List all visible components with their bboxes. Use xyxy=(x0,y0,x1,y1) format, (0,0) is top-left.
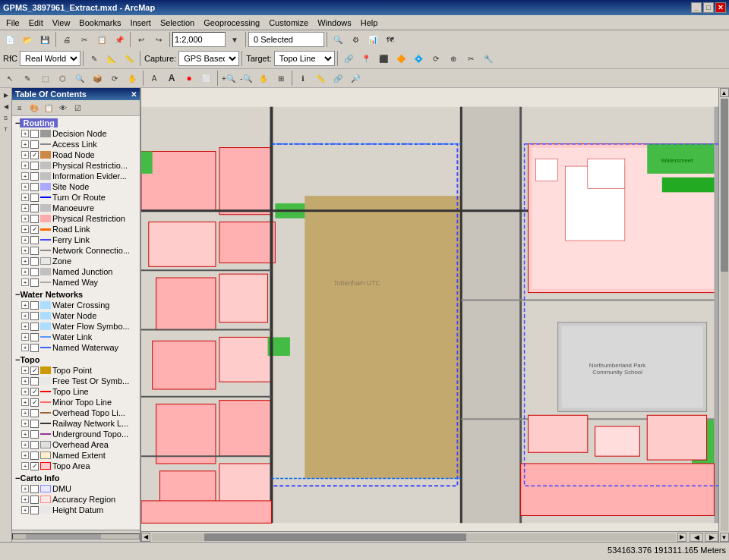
toc-item-minor-topo-line[interactable]: + Minor Topo Line xyxy=(12,397,140,407)
toc-item-water-link[interactable]: + Water Link xyxy=(12,332,140,342)
draw-btn9[interactable]: A xyxy=(146,70,163,87)
left-btn4[interactable]: T xyxy=(1,124,11,134)
toc-item-info-evidence[interactable]: + Information Evider... xyxy=(12,171,140,181)
save-button[interactable]: 💾 xyxy=(36,31,53,48)
map-vscrollbar[interactable]: ▲ ▼ xyxy=(718,88,729,542)
draw-btn2[interactable]: ✎ xyxy=(19,70,36,87)
draw-btn11[interactable]: ● xyxy=(181,70,197,87)
draw-btn10[interactable]: A xyxy=(163,70,180,87)
scroll-down[interactable]: ▼ xyxy=(720,533,729,542)
toc-item-water-crossing[interactable]: + Water Crossing xyxy=(12,300,140,310)
menu-bookmarks[interactable]: Bookmarks xyxy=(74,17,125,28)
redo-button[interactable]: ↪ xyxy=(150,31,167,48)
toc-item-topo-area[interactable]: + Topo Area xyxy=(12,461,140,471)
tb-extra4[interactable]: 🗺 xyxy=(382,31,399,48)
minimize-button[interactable]: _ xyxy=(691,2,702,13)
toc-vis-btn[interactable]: 👁 xyxy=(56,101,70,115)
draw-btn3[interactable]: ⬚ xyxy=(36,70,53,87)
pan-btn[interactable]: ✋ xyxy=(255,70,272,87)
toc-item-site-node[interactable]: + Site Node xyxy=(12,181,140,192)
left-btn3[interactable]: S xyxy=(1,112,11,123)
hyper-btn[interactable]: 🔗 xyxy=(330,70,346,87)
toc-item-water-node[interactable]: + Water Node xyxy=(12,310,140,321)
menu-file[interactable]: File xyxy=(2,17,24,28)
maximize-button[interactable]: □ xyxy=(703,2,714,13)
toc-item-dmu[interactable]: + DMU xyxy=(12,483,140,494)
menu-help[interactable]: Help xyxy=(356,17,383,28)
tb-extra2[interactable]: ⚙ xyxy=(347,31,364,48)
toc-item-phys-restriction[interactable]: + Physical Restriction xyxy=(12,213,140,224)
target-btn7[interactable]: ⊕ xyxy=(445,50,462,67)
draw-btn6[interactable]: 📦 xyxy=(89,70,106,87)
identify-btn[interactable]: ℹ xyxy=(295,70,311,87)
rfc-btn3[interactable]: 📏 xyxy=(121,50,137,67)
toc-item-named-junction[interactable]: + Named Junction xyxy=(12,266,140,277)
tb-extra3[interactable]: 📊 xyxy=(364,31,381,48)
toc-item-zone[interactable]: + Zone xyxy=(12,256,140,266)
toc-item-decision-node[interactable]: + Decision Node xyxy=(12,128,140,139)
draw-btn5[interactable]: 🔍 xyxy=(71,70,88,87)
toc-item-named-extent[interactable]: + Named Extent xyxy=(12,450,140,461)
measure-btn[interactable]: 📏 xyxy=(312,70,329,87)
toc-sel-btn[interactable]: ☑ xyxy=(71,101,84,115)
toc-item-physical-restrictions[interactable]: + Physical Restrictio... xyxy=(12,160,140,171)
target-btn5[interactable]: 💠 xyxy=(410,50,427,67)
toc-item-access-link[interactable]: + Access Link xyxy=(12,139,140,149)
toc-item-height-datum[interactable]: + Height Datum xyxy=(12,505,140,515)
menu-selection[interactable]: Selection xyxy=(156,17,199,28)
toc-src-btn[interactable]: 📋 xyxy=(42,101,55,115)
map-viewport[interactable]: Tottenham UTC Northumberland Park Commun… xyxy=(141,88,729,542)
zoom-in-btn[interactable]: +🔍 xyxy=(220,70,237,87)
new-button[interactable]: 📄 xyxy=(2,31,18,48)
toc-item-water-flow[interactable]: + Water Flow Symbo... xyxy=(12,321,140,332)
close-button[interactable]: ✕ xyxy=(715,2,726,13)
left-btn2[interactable]: ◀ xyxy=(1,101,11,112)
toc-item-accuracy-region[interactable]: + Accuracy Region xyxy=(12,494,140,505)
target-btn9[interactable]: 🔧 xyxy=(480,50,497,67)
target-btn2[interactable]: 📍 xyxy=(358,50,374,67)
menu-insert[interactable]: Insert xyxy=(125,17,156,28)
toc-item-overhead-topo[interactable]: + Overhead Topo Li... xyxy=(12,407,140,418)
draw-btn12[interactable]: ⬜ xyxy=(198,70,215,87)
menu-customize[interactable]: Customize xyxy=(264,17,313,28)
toc-item-named-way[interactable]: + Named Way xyxy=(12,277,140,288)
toc-draw-btn[interactable]: 🎨 xyxy=(27,101,41,115)
scroll-right[interactable]: ▶ xyxy=(677,533,686,542)
toc-close[interactable]: ✕ xyxy=(131,90,137,99)
target-btn8[interactable]: ✂ xyxy=(462,50,479,67)
toc-item-road-link[interactable]: + Road Link xyxy=(12,224,140,234)
menu-edit[interactable]: Edit xyxy=(24,17,48,28)
target-btn6[interactable]: ⟳ xyxy=(428,50,444,67)
toc-item-railway-network[interactable]: + Railway Network L... xyxy=(12,418,140,429)
menu-geoprocessing[interactable]: Geoprocessing xyxy=(199,17,264,28)
scroll-left[interactable]: ◀ xyxy=(141,533,150,542)
target-dropdown[interactable]: Topo Line xyxy=(274,51,335,66)
scale-input[interactable]: 1:2,000 xyxy=(172,32,226,47)
draw-btn4[interactable]: ⬡ xyxy=(54,70,71,87)
full-extent-btn[interactable]: ⊞ xyxy=(273,70,289,87)
nav-prev[interactable]: ◀ xyxy=(690,533,703,542)
print-button[interactable]: 🖨 xyxy=(58,31,75,48)
tb-extra1[interactable]: 🔍 xyxy=(330,31,346,48)
toc-section-carto[interactable]: − Carto Info xyxy=(12,473,140,483)
toc-item-manoeuvre[interactable]: + Manoeuvre xyxy=(12,203,140,213)
toc-section-routing[interactable]: − Routing xyxy=(12,118,140,128)
toc-item-overhead-area[interactable]: + Overhead Area xyxy=(12,439,140,450)
scroll-up[interactable]: ▲ xyxy=(720,88,729,97)
toc-item-ferry-link[interactable]: + Ferry Link xyxy=(12,234,140,245)
find-btn[interactable]: 🔎 xyxy=(347,70,364,87)
toc-item-named-waterway[interactable]: + Named Waterway xyxy=(12,342,140,353)
toc-item-network-connection[interactable]: + Network Connectio... xyxy=(12,245,140,256)
target-btn1[interactable]: 🔗 xyxy=(340,50,357,67)
toc-item-topo-line[interactable]: + Topo Line xyxy=(12,386,140,397)
rfc-btn2[interactable]: 📐 xyxy=(103,50,120,67)
copy-button[interactable]: 📋 xyxy=(93,31,110,48)
undo-button[interactable]: ↩ xyxy=(133,31,150,48)
toc-section-topo[interactable]: − Topo xyxy=(12,354,140,365)
draw-btn7[interactable]: ⟳ xyxy=(106,70,123,87)
cut-button[interactable]: ✂ xyxy=(76,31,93,48)
target-btn3[interactable]: ⬛ xyxy=(375,50,392,67)
zoom-out-btn[interactable]: -🔍 xyxy=(238,70,254,87)
toc-item-topo-point[interactable]: + Topo Point xyxy=(12,365,140,376)
toc-section-water[interactable]: − Water Networks xyxy=(12,289,140,300)
